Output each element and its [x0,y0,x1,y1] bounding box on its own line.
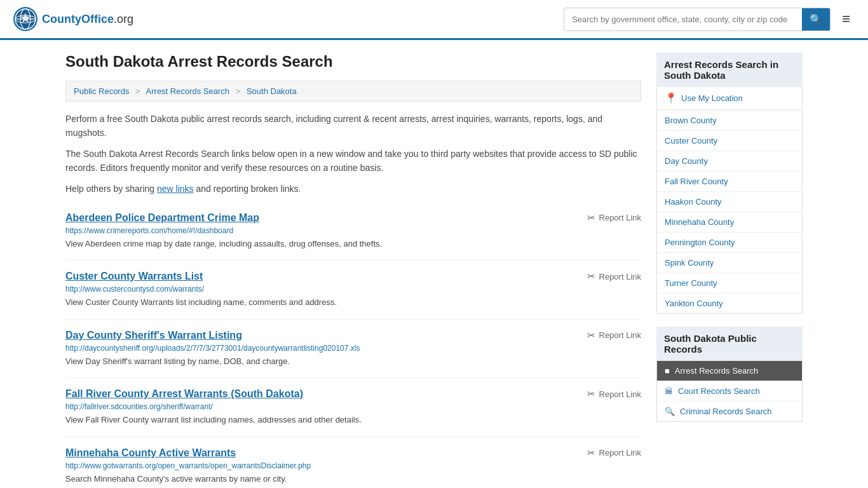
sidebar-item-pennington-county[interactable]: Pennington County [657,233,802,253]
result-desc-1: View Aberdeen crime map by date range, i… [65,238,641,250]
description-3-suffix: and reporting broken links. [194,184,301,194]
scissors-icon-4: ✂ [587,388,595,400]
report-link-5[interactable]: ✂ Report Link [587,447,641,459]
sidebar-bottom-title: South Dakota Public Records [656,327,803,361]
result-desc-5: Search Minnehaha County's active warrant… [65,473,641,485]
site-header: CountyOffice.org 🔍 ≡ [0,0,868,40]
arrest-records-label: Arrest Records Search [675,366,759,376]
turner-county-link[interactable]: Turner County [657,273,802,293]
sidebar-item-turner-county[interactable]: Turner County [657,273,802,294]
sidebar-top-title: Arrest Records Search in South Dakota [656,53,803,87]
new-links-link[interactable]: new links [157,184,194,194]
report-link-label-3: Report Link [599,330,641,340]
scissors-icon-3: ✂ [587,330,595,341]
search-input[interactable] [564,10,802,29]
result-url-2: http://www.custercountysd.com/warrants/ [65,285,641,294]
description-3: Help others by sharing new links and rep… [65,182,641,196]
sidebar-item-spink-county[interactable]: Spink County [657,253,802,273]
sidebar-item-haakon-county[interactable]: Haakon County [657,192,802,212]
custer-county-link[interactable]: Custer County [657,131,802,151]
breadcrumb-arrest-records[interactable]: Arrest Records Search [146,86,230,96]
result-url-1: https://www.crimereports.com/home/#!/das… [65,226,641,235]
sidebar-item-fall-river-county[interactable]: Fall River County [657,172,802,192]
day-county-link[interactable]: Day County [657,151,802,171]
sidebar-item-minnehaha-county[interactable]: Minnehaha County [657,212,802,233]
sidebar-item-custer-county[interactable]: Custer County [657,131,802,151]
result-title-2[interactable]: Custer County Warrants List [65,271,203,282]
sidebar-item-court-records[interactable]: 🏛 Court Records Search [657,381,802,402]
result-desc-2: View Custer County Warrants list includi… [65,296,641,309]
header-right: 🔍 ≡ [564,8,855,31]
sidebar-top-section: Arrest Records Search in South Dakota 📍 … [656,53,803,314]
brown-county-link[interactable]: Brown County [657,111,802,130]
result-header-2: Custer County Warrants List ✂ Report Lin… [65,271,641,282]
result-title-5[interactable]: Minnehaha County Active Warrants [65,447,236,459]
sidebar-item-yankton-county[interactable]: Yankton County [657,294,802,313]
logo-icon [13,6,38,32]
report-link-label-2: Report Link [599,272,641,281]
breadcrumb-separator-2: > [236,86,241,96]
sidebar-item-brown-county[interactable]: Brown County [657,111,802,131]
logo-text: CountyOffice.org [42,13,133,26]
description-2: The South Dakota Arrest Records Search l… [65,147,641,175]
description-3-prefix: Help others by sharing [65,184,157,194]
search-icon: 🔍 [810,14,822,25]
sidebar-use-location[interactable]: 📍 Use My Location [657,87,802,111]
sidebar-bottom-section: South Dakota Public Records ■ Arrest Rec… [656,327,803,422]
criminal-records-label: Criminal Records Search [680,407,772,416]
criminal-records-link[interactable]: 🔍 Criminal Records Search [657,402,802,421]
court-records-link[interactable]: 🏛 Court Records Search [657,381,802,401]
result-item-2: Custer County Warrants List ✂ Report Lin… [65,261,641,320]
page-title: South Dakota Arrest Records Search [65,53,641,71]
result-title-4[interactable]: Fall River County Arrest Warrants (South… [65,388,303,400]
result-title-1[interactable]: Aberdeen Police Department Crime Map [65,212,259,224]
scissors-icon-2: ✂ [587,271,595,282]
description-1: Perform a free South Dakota public arres… [65,112,641,140]
report-link-label-1: Report Link [599,213,641,222]
use-location-label: Use My Location [681,93,743,103]
breadcrumb-public-records[interactable]: Public Records [74,86,129,96]
minnehaha-county-link[interactable]: Minnehaha County [657,212,802,232]
content-area: South Dakota Arrest Records Search Publi… [65,53,641,488]
result-url-5: http://www.gotwarrants.org/open_warrants… [65,461,641,470]
logo-area[interactable]: CountyOffice.org [13,6,133,32]
report-link-4[interactable]: ✂ Report Link [587,388,641,400]
breadcrumb-south-dakota[interactable]: South Dakota [247,86,297,96]
haakon-county-link[interactable]: Haakon County [657,192,802,212]
search-bar: 🔍 [564,8,831,31]
breadcrumb: Public Records > Arrest Records Search >… [65,81,641,102]
search-button[interactable]: 🔍 [802,8,830,30]
yankton-county-link[interactable]: Yankton County [657,294,802,313]
report-link-3[interactable]: ✂ Report Link [587,330,641,341]
report-link-2[interactable]: ✂ Report Link [587,271,641,282]
pennington-county-link[interactable]: Pennington County [657,233,802,252]
result-item-1: Aberdeen Police Department Crime Map ✂ R… [65,202,641,261]
arrest-records-link[interactable]: ■ Arrest Records Search [657,361,802,381]
report-link-1[interactable]: ✂ Report Link [587,212,641,224]
result-url-4: http://fallriver.sdcounties.org/sheriff/… [65,402,641,411]
result-desc-4: View Fall River County warrant list incl… [65,414,641,426]
result-item-5: Minnehaha County Active Warrants ✂ Repor… [65,437,641,488]
spink-county-link[interactable]: Spink County [657,253,802,273]
results-list: Aberdeen Police Department Crime Map ✂ R… [65,202,641,488]
criminal-records-icon: 🔍 [665,407,675,416]
sidebar-item-day-county[interactable]: Day County [657,151,802,172]
scissors-icon-5: ✂ [587,447,595,459]
result-header-4: Fall River County Arrest Warrants (South… [65,388,641,400]
result-title-3[interactable]: Day County Sheriff's Warrant Listing [65,330,242,341]
hamburger-icon: ≡ [842,11,850,27]
arrest-records-icon: ■ [665,366,670,376]
menu-button[interactable]: ≡ [837,8,855,30]
breadcrumb-separator-1: > [135,86,140,96]
sidebar: Arrest Records Search in South Dakota 📍 … [656,53,803,488]
main-container: South Dakota Arrest Records Search Publi… [53,40,815,488]
sidebar-item-criminal-records[interactable]: 🔍 Criminal Records Search [657,402,802,421]
court-records-icon: 🏛 [665,386,673,396]
report-link-label-4: Report Link [599,390,641,399]
result-header-5: Minnehaha County Active Warrants ✂ Repor… [65,447,641,459]
result-item-3: Day County Sheriff's Warrant Listing ✂ R… [65,320,641,379]
fall-river-county-link[interactable]: Fall River County [657,172,802,191]
result-item-4: Fall River County Arrest Warrants (South… [65,378,641,437]
sidebar-item-arrest-records[interactable]: ■ Arrest Records Search [657,361,802,381]
report-link-label-5: Report Link [599,448,641,458]
